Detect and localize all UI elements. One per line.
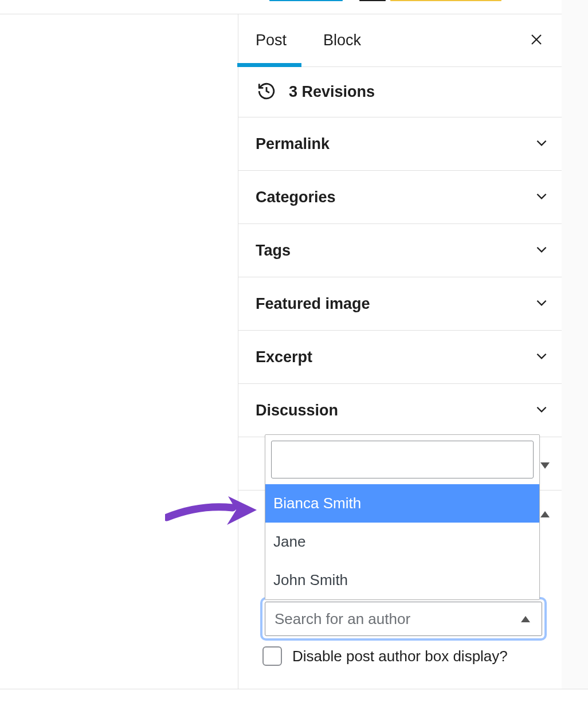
author-search-placeholder: Search for an author [275, 610, 410, 628]
revisions-label: 3 Revisions [289, 83, 375, 101]
panel-permalink[interactable]: Permalink [238, 117, 562, 171]
disable-author-box-checkbox[interactable] [262, 646, 282, 666]
editor-top-bar [0, 0, 562, 14]
author-option-bianca-smith[interactable]: Bianca Smith [265, 484, 539, 523]
panel-tags-label: Tags [256, 242, 291, 260]
panel-excerpt[interactable]: Excerpt [238, 331, 562, 384]
panel-discussion[interactable]: Discussion [238, 384, 562, 437]
select-caret-up-icon [540, 511, 550, 517]
scrollbar-track[interactable] [562, 0, 588, 689]
chevron-down-icon [534, 402, 549, 419]
sidebar-tabs: Post Block [238, 14, 562, 67]
close-sidebar-button[interactable] [523, 27, 550, 54]
panel-permalink-label: Permalink [256, 135, 330, 153]
chevron-down-icon [534, 135, 549, 152]
tab-post[interactable]: Post [254, 14, 288, 66]
chevron-up-icon [521, 616, 530, 622]
tab-block[interactable]: Block [322, 14, 362, 66]
chevron-down-icon [534, 242, 549, 259]
disable-author-box-label: Disable post author box display? [292, 648, 508, 665]
editor-bottom-bar [0, 689, 588, 722]
panel-excerpt-label: Excerpt [256, 348, 312, 366]
author-dropdown-options: Bianca Smith Jane John Smith [265, 484, 539, 599]
author-dropdown-search-input[interactable] [271, 441, 534, 478]
chevron-down-icon [534, 348, 549, 366]
history-icon [257, 81, 276, 103]
panel-tags[interactable]: Tags [238, 224, 562, 277]
panel-featured-image[interactable]: Featured image [238, 277, 562, 331]
chevron-down-icon [534, 189, 549, 206]
panel-categories-label: Categories [256, 189, 336, 206]
toolbar-button-blue[interactable] [269, 0, 343, 1]
panel-featured-image-label: Featured image [256, 295, 370, 313]
author-dropdown-popover: Bianca Smith Jane John Smith [265, 434, 540, 600]
panel-categories[interactable]: Categories [238, 171, 562, 224]
author-option-jane[interactable]: Jane [265, 523, 539, 561]
disable-author-box-row: Disable post author box display? [262, 646, 508, 666]
select-caret-down-icon [540, 462, 550, 469]
author-option-john-smith[interactable]: John Smith [265, 561, 539, 599]
revisions-row[interactable]: 3 Revisions [238, 67, 562, 117]
toolbar-button-yellow[interactable] [390, 0, 501, 1]
toolbar-button-black[interactable] [359, 0, 386, 1]
close-icon [530, 33, 543, 49]
author-search-combobox[interactable]: Search for an author [262, 599, 544, 638]
panel-discussion-label: Discussion [256, 402, 338, 419]
chevron-down-icon [534, 295, 549, 312]
